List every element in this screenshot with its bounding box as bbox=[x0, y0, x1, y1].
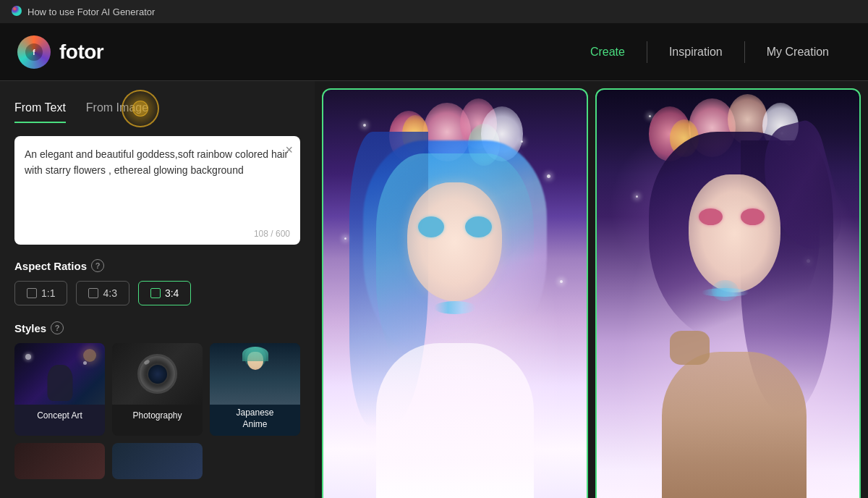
main-content: From Text From Image An elegant and beau… bbox=[0, 81, 868, 498]
aspect-ratio-section: Aspect Ratios ? 1:1 4:3 3:4 bbox=[14, 259, 300, 305]
styles-section: Styles ? Concept Art bbox=[14, 321, 300, 479]
nav-item-create[interactable]: Create bbox=[569, 23, 647, 81]
style-card-photography-image bbox=[112, 343, 203, 405]
ratio-1-1[interactable]: 1:1 bbox=[14, 281, 67, 305]
styles-bottom-row bbox=[14, 443, 300, 479]
aspect-ratio-help-icon[interactable]: ? bbox=[91, 259, 104, 272]
gallery-image-1 bbox=[322, 88, 588, 498]
style-card-concept-art-label: Concept Art bbox=[14, 405, 105, 426]
style-card-japanese-anime-image bbox=[210, 343, 300, 405]
fotor-logo-svg: f bbox=[24, 42, 44, 62]
cursor-inner-ring bbox=[132, 101, 148, 117]
style-card-photography-label: Photography bbox=[112, 405, 203, 426]
ratio-options: 1:1 4:3 3:4 bbox=[14, 281, 300, 305]
cursor-pointer bbox=[122, 90, 159, 127]
nav-item-my-creation[interactable]: My Creation bbox=[745, 23, 851, 81]
ratio-4-3-checkbox bbox=[88, 288, 98, 298]
prompt-clear-button[interactable]: × bbox=[285, 143, 293, 156]
style-card-concept-art[interactable]: Concept Art bbox=[14, 343, 105, 436]
app-name: fotor bbox=[59, 41, 103, 64]
nav-item-inspiration[interactable]: Inspiration bbox=[647, 23, 744, 81]
styles-label: Styles ? bbox=[14, 321, 300, 334]
gallery-image-2 bbox=[595, 88, 861, 498]
char-count: 108 / 600 bbox=[25, 229, 290, 239]
left-panel: From Text From Image An elegant and beau… bbox=[0, 81, 315, 498]
main-nav: Create Inspiration My Creation bbox=[569, 23, 851, 81]
style-card-extra-3 bbox=[210, 443, 300, 479]
ratio-4-3[interactable]: 4:3 bbox=[76, 281, 129, 305]
logo-area: f fotor bbox=[17, 35, 103, 69]
style-card-japanese-anime[interactable]: JapaneseAnime bbox=[210, 343, 300, 436]
tab-from-text[interactable]: From Text bbox=[14, 96, 66, 123]
style-card-extra-1[interactable] bbox=[14, 443, 105, 479]
fotor-logo-icon: f bbox=[17, 35, 51, 69]
style-card-extra-2[interactable] bbox=[112, 443, 203, 479]
styles-grid: Concept Art Photography bbox=[14, 343, 300, 436]
aspect-ratio-label: Aspect Ratios ? bbox=[14, 259, 300, 272]
ratio-1-1-checkbox bbox=[27, 288, 37, 298]
prompt-container: An elegant and beautiful goddess,soft ra… bbox=[14, 136, 300, 245]
ratio-3-4[interactable]: 3:4 bbox=[138, 281, 191, 305]
style-card-photography[interactable]: Photography bbox=[112, 343, 203, 436]
creation-tabs: From Text From Image bbox=[14, 96, 300, 123]
style-card-japanese-anime-label: JapaneseAnime bbox=[210, 405, 300, 436]
browser-tab-favicon bbox=[12, 6, 22, 18]
prompt-input[interactable]: An elegant and beautiful goddess,soft ra… bbox=[25, 146, 290, 224]
app-header: f fotor Create Inspiration My Creation bbox=[0, 23, 868, 81]
gallery-panel bbox=[315, 81, 868, 498]
browser-tab-title: How to use Fotor AI Generator bbox=[27, 7, 155, 17]
ratio-3-4-checkbox bbox=[150, 288, 161, 298]
svg-point-0 bbox=[12, 6, 22, 16]
styles-help-icon[interactable]: ? bbox=[51, 321, 64, 334]
style-card-concept-art-image bbox=[14, 343, 105, 405]
